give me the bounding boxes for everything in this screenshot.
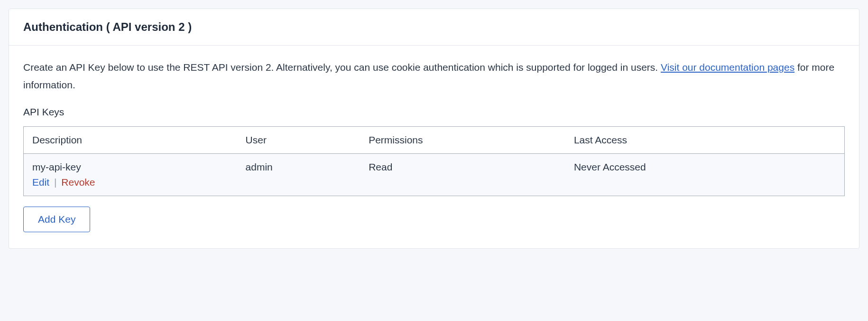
row-actions: Edit | Revoke — [32, 177, 229, 188]
table-header-row: Description User Permissions Last Access — [24, 126, 845, 153]
col-user: User — [237, 126, 360, 153]
edit-link[interactable]: Edit — [32, 177, 49, 188]
add-key-button[interactable]: Add Key — [23, 207, 90, 232]
api-keys-table: Description User Permissions Last Access… — [23, 126, 845, 196]
cell-permissions: Read — [360, 153, 565, 196]
intro-text-before: Create an API Key below to use the REST … — [23, 62, 661, 73]
api-key-name: my-api-key — [32, 161, 229, 173]
intro-paragraph: Create an API Key below to use the REST … — [23, 59, 845, 94]
table-row: my-api-key Edit | Revoke admin Read Neve… — [24, 153, 845, 196]
col-last-access: Last Access — [565, 126, 845, 153]
panel-body: Create an API Key below to use the REST … — [9, 46, 859, 248]
panel-header: Authentication ( API version 2 ) — [9, 9, 859, 46]
revoke-link[interactable]: Revoke — [61, 177, 95, 188]
col-description: Description — [24, 126, 237, 153]
cell-last-access: Never Accessed — [565, 153, 845, 196]
authentication-panel: Authentication ( API version 2 ) Create … — [9, 9, 859, 249]
action-separator: | — [54, 177, 56, 188]
api-keys-heading: API Keys — [23, 106, 845, 118]
panel-title: Authentication ( API version 2 ) — [23, 20, 845, 34]
cell-user: admin — [237, 153, 360, 196]
col-permissions: Permissions — [360, 126, 565, 153]
documentation-link[interactable]: Visit our documentation pages — [661, 62, 794, 73]
cell-description: my-api-key Edit | Revoke — [24, 153, 237, 196]
